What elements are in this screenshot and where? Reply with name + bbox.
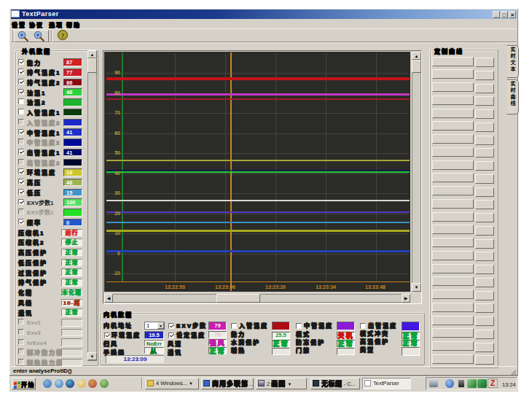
svg-text:?: ? [61, 32, 64, 39]
